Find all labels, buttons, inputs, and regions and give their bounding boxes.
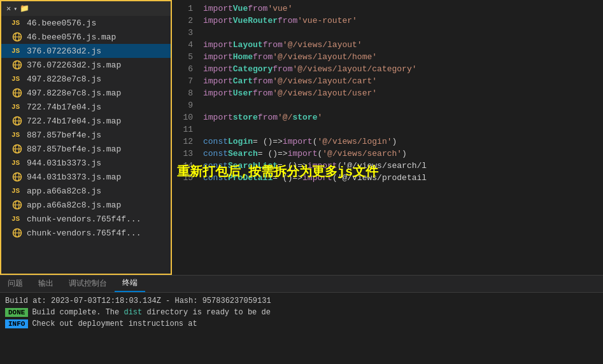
line-number: 9 bbox=[172, 99, 193, 111]
line-number: 14 bbox=[172, 160, 193, 172]
file-name-label: 722.74b17e04.js.map bbox=[27, 116, 121, 126]
code-line: const Login = () => import('@/views/logi… bbox=[203, 136, 603, 148]
code-line: const SearchList = () => import('@/views… bbox=[203, 160, 603, 172]
js-file-icon: JS bbox=[11, 75, 23, 83]
sidebar-file-item[interactable]: JS944.031b3373.js bbox=[1, 156, 171, 170]
panel-tab-调试控制台[interactable]: 调试控制台 bbox=[61, 275, 115, 292]
code-line bbox=[203, 27, 603, 39]
file-name-label: chunk-vendors.765f4f... bbox=[27, 228, 141, 238]
sidebar-file-item[interactable]: 497.8228e7c8.js.map bbox=[1, 86, 171, 100]
code-content: 123456789101112131415 import Vue from 'v… bbox=[172, 0, 603, 275]
line-number: 7 bbox=[172, 75, 193, 87]
sidebar-file-item[interactable]: JSchunk-vendors.765f4f... bbox=[1, 212, 171, 226]
js-file-icon: JS bbox=[11, 187, 23, 195]
js-file-icon: JS bbox=[11, 159, 23, 167]
js-file-icon: JS bbox=[11, 47, 23, 55]
code-line: const Search = () => import('@/views/sea… bbox=[203, 148, 603, 160]
file-name-label: 944.031b3373.js.map bbox=[27, 172, 121, 182]
bottom-panel: 问题输出调试控制台终端 Build at: 2023-07-03T12:18:0… bbox=[0, 275, 603, 364]
map-file-icon bbox=[11, 172, 23, 182]
file-name-label: chunk-vendors.765f4f... bbox=[27, 214, 141, 224]
terminal-line: Build at: 2023-07-03T12:18:03.134Z - Has… bbox=[5, 295, 598, 307]
panel-tab-问题[interactable]: 问题 bbox=[0, 275, 31, 292]
sidebar-file-item[interactable]: JSapp.a66a82c8.js bbox=[1, 184, 171, 198]
line-number: 13 bbox=[172, 148, 193, 160]
file-name-label: 887.857bef4e.js.map bbox=[27, 144, 121, 154]
map-file-icon bbox=[11, 88, 23, 98]
file-name-label: 887.857bef4e.js bbox=[27, 130, 101, 140]
file-name-label: 46.beee0576.js.map bbox=[27, 32, 116, 42]
map-file-icon bbox=[11, 200, 23, 210]
terminal-line: INFOCheck out deployment instructions at bbox=[5, 318, 598, 330]
map-file-icon bbox=[11, 144, 23, 154]
file-explorer: ✕ ▾ 📁 JS46.beee0576.js 46.beee0576.js.ma… bbox=[0, 0, 172, 275]
sidebar-file-item[interactable]: chunk-vendors.765f4f... bbox=[1, 226, 171, 240]
sidebar-file-item[interactable]: JS376.072263d2.js bbox=[1, 44, 171, 58]
code-line bbox=[203, 99, 603, 111]
file-name-label: 722.74b17e04.js bbox=[27, 102, 101, 112]
sidebar-file-item[interactable]: 376.072263d2.js.map bbox=[1, 58, 171, 72]
file-name-label: 497.8228e7c8.js bbox=[27, 74, 101, 84]
sidebar-file-item[interactable]: JS46.beee0576.js bbox=[1, 16, 171, 30]
line-number: 6 bbox=[172, 63, 193, 75]
map-file-icon bbox=[11, 228, 23, 238]
line-number: 10 bbox=[172, 111, 193, 123]
panel-tab-终端[interactable]: 终端 bbox=[115, 275, 145, 292]
sidebar-file-item[interactable]: JS497.8228e7c8.js bbox=[1, 72, 171, 86]
code-line: import Layout from '@/views/layout' bbox=[203, 39, 603, 51]
line-number: 1 bbox=[172, 3, 193, 15]
info-badge: INFO bbox=[5, 319, 28, 328]
file-name-label: 46.beee0576.js bbox=[27, 18, 96, 28]
file-name-label: app.a66a82c8.js bbox=[27, 186, 101, 196]
code-lines: import Vue from 'vue'import VueRouter fr… bbox=[201, 0, 603, 275]
code-line: import VueRouter from 'vue-router' bbox=[203, 15, 603, 27]
panel-tab-输出[interactable]: 输出 bbox=[31, 275, 61, 292]
close-icon[interactable]: ✕ bbox=[6, 4, 11, 13]
line-number: 12 bbox=[172, 136, 193, 148]
dist-highlight: dist bbox=[124, 308, 142, 317]
line-number: 3 bbox=[172, 27, 193, 39]
sidebar-file-item[interactable]: 887.857bef4e.js.map bbox=[1, 142, 171, 156]
panel-tabs: 问题输出调试控制台终端 bbox=[0, 276, 603, 293]
map-file-icon bbox=[11, 116, 23, 126]
code-line: import User from '@/views/layout/user' bbox=[203, 87, 603, 99]
chevron-down-icon: ▾ bbox=[13, 5, 17, 13]
map-file-icon bbox=[11, 32, 23, 42]
line-number: 11 bbox=[172, 123, 193, 136]
code-line bbox=[203, 123, 603, 136]
line-number: 2 bbox=[172, 15, 193, 27]
folder-icon: 📁 bbox=[20, 4, 29, 13]
file-list: JS46.beee0576.js 46.beee0576.js.mapJS376… bbox=[1, 16, 171, 240]
panel-content: Build at: 2023-07-03T12:18:03.134Z - Has… bbox=[0, 293, 603, 364]
sidebar-file-item[interactable]: JS887.857bef4e.js bbox=[1, 128, 171, 142]
map-file-icon bbox=[11, 60, 23, 70]
line-number: 5 bbox=[172, 51, 193, 63]
done-badge: DONE bbox=[5, 308, 28, 317]
sidebar-file-item[interactable]: 722.74b17e04.js.map bbox=[1, 114, 171, 128]
file-name-label: 376.072263d2.js.map bbox=[27, 60, 121, 70]
code-line: import Home from '@/views/layout/home' bbox=[203, 51, 603, 63]
line-number: 4 bbox=[172, 39, 193, 51]
terminal-line: DONEBuild complete. The dist directory i… bbox=[5, 307, 598, 318]
code-line: const ProDetail = () => import('@/views/… bbox=[203, 172, 603, 184]
js-file-icon: JS bbox=[11, 19, 23, 27]
file-name-label: 944.031b3373.js bbox=[27, 158, 101, 168]
code-line: import Category from '@/views/layout/cat… bbox=[203, 63, 603, 75]
sidebar-file-item[interactable]: 944.031b3373.js.map bbox=[1, 170, 171, 184]
sidebar-file-item[interactable]: JS722.74b17e04.js bbox=[1, 100, 171, 114]
file-name-label: app.a66a82c8.js.map bbox=[27, 200, 121, 210]
line-numbers: 123456789101112131415 bbox=[172, 0, 201, 275]
line-number: 15 bbox=[172, 172, 193, 184]
js-file-icon: JS bbox=[11, 215, 23, 223]
js-file-icon: JS bbox=[11, 131, 23, 139]
sidebar-header: ✕ ▾ 📁 bbox=[1, 1, 171, 16]
code-line: import Cart from '@/views/layout/cart' bbox=[203, 75, 603, 87]
editor-area: 123456789101112131415 import Vue from 'v… bbox=[172, 0, 603, 275]
js-file-icon: JS bbox=[11, 103, 23, 111]
sidebar-file-item[interactable]: 46.beee0576.js.map bbox=[1, 30, 171, 44]
code-line: import store from '@/store' bbox=[203, 111, 603, 123]
file-name-label: 497.8228e7c8.js.map bbox=[27, 88, 121, 98]
line-number: 8 bbox=[172, 87, 193, 99]
sidebar-file-item[interactable]: app.a66a82c8.js.map bbox=[1, 198, 171, 212]
code-line: import Vue from 'vue' bbox=[203, 3, 603, 15]
